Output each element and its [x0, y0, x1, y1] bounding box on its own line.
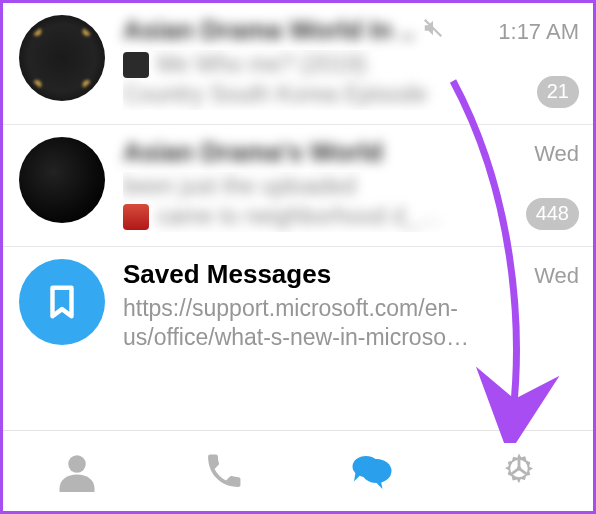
saved-messages-avatar	[19, 259, 105, 345]
unread-badge: 21	[537, 76, 579, 108]
tab-contacts[interactable]	[3, 431, 151, 511]
chat-preview: been just the uploaded came to neighborh…	[123, 172, 579, 232]
tab-calls[interactable]	[151, 431, 299, 511]
preview-thumb	[123, 52, 149, 78]
chat-list: Asian Drama World In .. 1:17 AM Me Who m…	[3, 3, 593, 367]
person-icon	[56, 450, 98, 492]
chat-time: 1:17 AM	[488, 19, 579, 45]
tab-chats[interactable]	[298, 431, 446, 511]
chat-preview: https://support.microsoft.com/en-us/offi…	[123, 294, 579, 354]
tab-settings[interactable]	[446, 431, 594, 511]
chat-row-saved-messages[interactable]: Saved Messages Wed https://support.micro…	[3, 247, 593, 368]
chat-content: Saved Messages Wed https://support.micro…	[123, 259, 579, 354]
chat-content: Asian Drama World In .. 1:17 AM Me Who m…	[123, 15, 579, 110]
chat-avatar	[19, 15, 105, 101]
unread-badge: 448	[526, 198, 579, 230]
chat-row[interactable]: Asian Drama's World Wed been just the up…	[3, 125, 593, 247]
svg-point-1	[68, 455, 86, 473]
chat-title: Saved Messages	[123, 259, 331, 290]
chat-preview: Me Who me? (2019) Country South Korea Ep…	[123, 50, 579, 110]
chats-icon	[351, 450, 393, 492]
chat-row[interactable]: Asian Drama World In .. 1:17 AM Me Who m…	[3, 3, 593, 125]
chat-time: Wed	[524, 263, 579, 289]
phone-icon	[203, 450, 245, 492]
chat-avatar	[19, 137, 105, 223]
tab-bar	[3, 430, 593, 511]
preview-thumb	[123, 204, 149, 230]
chat-title: Asian Drama World In ..	[123, 15, 414, 46]
chat-content: Asian Drama's World Wed been just the up…	[123, 137, 579, 232]
chat-time: Wed	[524, 141, 579, 167]
chat-title: Asian Drama's World	[123, 137, 383, 168]
app-frame: Asian Drama World In .. 1:17 AM Me Who m…	[0, 0, 596, 514]
bookmark-icon	[43, 279, 81, 325]
muted-icon	[422, 17, 444, 43]
gear-icon	[498, 450, 540, 492]
